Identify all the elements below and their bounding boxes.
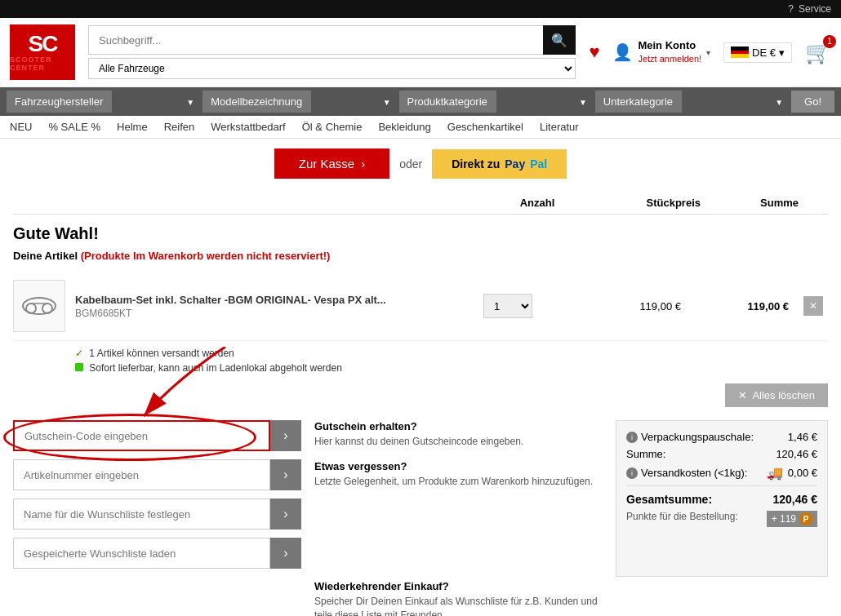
- filter-bar: Fahrzeughersteller Modellbezeichnung Pro…: [0, 87, 841, 116]
- nav-item-reifen[interactable]: Reifen: [164, 121, 195, 133]
- item-name[interactable]: Kabelbaum-Set inkl. Schalter -BGM ORIGIN…: [75, 294, 449, 306]
- paypal-light: Pal: [530, 157, 547, 171]
- clear-all-button[interactable]: ✕ Alles löschen: [725, 383, 828, 407]
- logo-sc: SC: [29, 33, 57, 55]
- go-button[interactable]: Go!: [791, 91, 834, 113]
- wishlist-load-input[interactable]: [13, 538, 270, 569]
- nav-item-geschenk[interactable]: Geschenkartikel: [447, 121, 523, 133]
- wishlist-icon[interactable]: ♥: [589, 42, 599, 63]
- search-button[interactable]: 🔍: [543, 25, 576, 55]
- del-header: [799, 197, 828, 209]
- bottom-section: › › › › Gutschein erhalten?: [13, 420, 828, 577]
- chevron-down-icon: ▾: [779, 47, 785, 59]
- checkout-label: Zur Kasse: [299, 157, 354, 171]
- input-actions: › › › ›: [13, 420, 301, 577]
- wishlist-name-submit-button[interactable]: ›: [270, 499, 301, 530]
- kategorie-wrap: Produktkategorie: [399, 91, 594, 113]
- account-area[interactable]: 👤 Mein Konto Jetzt anmelden! ▾: [612, 39, 710, 64]
- spacer-left: [13, 580, 301, 616]
- gesamtsumme-value: 120,46 €: [773, 493, 818, 506]
- paypal-prefix: Direkt zu: [452, 157, 500, 171]
- paypal-button[interactable]: Direkt zu PayPal: [432, 149, 567, 179]
- nav-item-neu[interactable]: NEU: [10, 121, 32, 133]
- checkout-button[interactable]: Zur Kasse ›: [274, 148, 389, 179]
- nav-item-bekleidung[interactable]: Bekleidung: [378, 121, 430, 133]
- logo[interactable]: SC SCOOTER CENTER: [10, 24, 75, 80]
- gesamtsumme-row: Gesamtsumme: 120,46 €: [626, 485, 817, 506]
- stueckpreis-header: Stückpreis: [586, 197, 701, 209]
- green-dot-icon: [75, 363, 83, 371]
- stock-msg2: Sofort lieferbar, kann auch im Ladenloka…: [75, 362, 828, 374]
- cart-item: Kabelbaum-Set inkl. Schalter -BGM ORIGIN…: [13, 272, 828, 341]
- hersteller-select[interactable]: Fahrzeughersteller: [7, 91, 112, 113]
- cart-badge: 1: [823, 35, 836, 48]
- clear-row: ✕ Alles löschen: [13, 383, 828, 407]
- coupon-wrapper: ›: [13, 420, 301, 451]
- oder-text: oder: [399, 157, 422, 171]
- nav-item-literatur[interactable]: Literatur: [540, 121, 579, 133]
- info-vergessen-desc: Letzte Gelegenheit, um Produkte zum Ware…: [314, 475, 603, 489]
- nav-item-sale[interactable]: % SALE %: [48, 121, 100, 133]
- coupon-row: ›: [13, 420, 301, 451]
- artikel-submit-button[interactable]: ›: [270, 459, 301, 490]
- info-coupon-title: Gutschein erhalten?: [314, 420, 603, 432]
- x-icon: ✕: [738, 389, 747, 401]
- stock-text2: Sofort lieferbar, kann auch im Ladenloka…: [89, 362, 342, 374]
- page-title: Gute Wahl!: [13, 224, 828, 243]
- language-selector[interactable]: DE € ▾: [723, 42, 792, 63]
- account-text: Mein Konto Jetzt anmelden!: [638, 39, 701, 64]
- flag-icon: [731, 47, 749, 58]
- punkte-value: + 119: [772, 513, 796, 525]
- vehicle-select[interactable]: Alle Fahrzeuge: [88, 58, 576, 79]
- wishlist-name-input[interactable]: [13, 499, 270, 530]
- search-input[interactable]: [88, 25, 543, 55]
- info-blocks-bottom: Wiederkehrender Einkauf? Speicher Dir De…: [13, 580, 828, 616]
- right-panel: Gutschein erhalten? Hier kannst du deine…: [314, 420, 603, 577]
- verpackung-value: 1,46 €: [788, 431, 817, 443]
- delete-button[interactable]: ✕: [803, 296, 823, 316]
- verpackung-label: i Verpackungspauschale:: [626, 431, 754, 443]
- kategorie-select[interactable]: Produktkategorie: [399, 91, 496, 113]
- unterkategorie-select[interactable]: Unterkategorie: [595, 91, 682, 113]
- header-icons: ♥ 👤 Mein Konto Jetzt anmelden! ▾ DE € ▾ …: [589, 39, 831, 64]
- item-unit-price: 119,00 €: [567, 300, 681, 312]
- info-icon: i: [626, 432, 638, 443]
- clear-all-label: Alles löschen: [752, 389, 815, 401]
- coupon-input[interactable]: [13, 420, 270, 451]
- anzahl-header: Anzahl: [488, 197, 586, 209]
- info-vergessen-title: Etwas vergessen?: [314, 460, 603, 472]
- verpackung-label-text: Verpackungspauschale:: [641, 431, 754, 443]
- punkte-label: Punkte für die Bestellung:: [626, 511, 738, 527]
- info-vergessen: Etwas vergessen? Letzte Gelegenheit, um …: [314, 460, 603, 489]
- versand-row: i Versandkosten (<1kg): 🚚 0,00 €: [626, 465, 817, 481]
- top-bar: ? Service: [0, 0, 841, 18]
- summe-row: Summe: 120,46 €: [626, 448, 817, 460]
- check-icon: ✓: [75, 348, 83, 359]
- item-image: [13, 280, 65, 332]
- nav-item-oel[interactable]: Öl & Chemie: [302, 121, 363, 133]
- cart-warning-text: (Produkte Im Warenkorb werden nicht rese…: [81, 250, 331, 262]
- item-sku: BGM6685KT: [75, 308, 449, 319]
- info-coupon: Gutschein erhalten? Hier kannst du deine…: [314, 420, 603, 449]
- coupon-submit-button[interactable]: ›: [270, 420, 301, 451]
- info-blocks: Gutschein erhalten? Hier kannst du deine…: [314, 420, 603, 489]
- header: SC SCOOTER CENTER 🔍 Alle Fahrzeuge ♥ 👤 M…: [0, 18, 841, 87]
- logo-brand: SCOOTER CENTER: [10, 55, 75, 72]
- points-row: Punkte für die Bestellung: + 119 P: [626, 511, 817, 527]
- qty-select[interactable]: 1 2 3: [483, 294, 532, 318]
- points-badge: + 119 P: [767, 511, 817, 527]
- cart-area[interactable]: 🛒 1: [805, 40, 831, 65]
- summe-label: Summe:: [626, 448, 665, 460]
- nav-item-werkstatt[interactable]: Werkstattbedarf: [211, 121, 286, 133]
- artikel-input[interactable]: [13, 459, 270, 490]
- chevron-down-icon: ▾: [706, 48, 710, 57]
- stock-info: ✓ 1 Artikel können versandt werden Sofor…: [75, 348, 828, 374]
- nav-item-helme[interactable]: Helme: [117, 121, 148, 133]
- service-link[interactable]: Service: [799, 3, 831, 15]
- modell-select[interactable]: Modellbezeichnung: [202, 91, 311, 113]
- paypal-blue: Pay: [505, 157, 525, 171]
- table-header: Anzahl Stückpreis Summe: [13, 192, 828, 215]
- account-sub: Jetzt anmelden!: [638, 53, 701, 64]
- svg-point-1: [26, 304, 36, 313]
- wishlist-load-submit-button[interactable]: ›: [270, 538, 301, 569]
